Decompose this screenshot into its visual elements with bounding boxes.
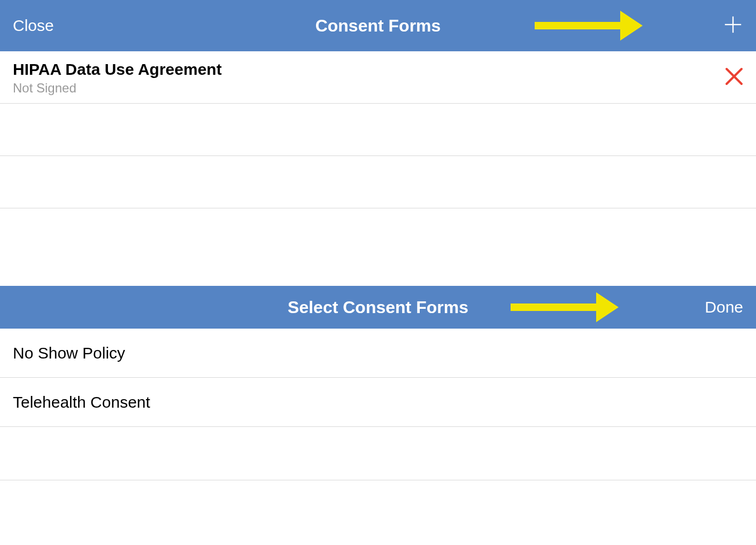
- done-button[interactable]: Done: [705, 298, 743, 316]
- header-title: Consent Forms: [315, 16, 441, 36]
- select-form-title: No Show Policy: [13, 344, 125, 362]
- select-form-row[interactable]: Telehealth Consent: [0, 378, 756, 427]
- select-form-row[interactable]: No Show Policy: [0, 329, 756, 378]
- panel-spacer: [0, 208, 756, 286]
- empty-row: [0, 104, 756, 156]
- annotation-arrow: [535, 11, 643, 41]
- select-form-title: Telehealth Consent: [13, 393, 150, 411]
- consent-form-row[interactable]: HIPAA Data Use Agreement Not Signed: [0, 51, 756, 104]
- empty-row: [0, 156, 756, 208]
- empty-row: [0, 427, 756, 480]
- close-button[interactable]: Close: [13, 17, 120, 35]
- form-status: Not Signed: [13, 81, 222, 96]
- add-button[interactable]: [723, 14, 743, 37]
- select-header: Select Consent Forms Done: [0, 286, 756, 329]
- not-signed-x-icon: [725, 67, 743, 88]
- form-title: HIPAA Data Use Agreement: [13, 59, 222, 80]
- select-consent-forms-panel: Select Consent Forms Done No Show Policy…: [0, 286, 756, 480]
- consent-forms-panel: Close Consent Forms HIPAA Data Use Agree…: [0, 0, 756, 208]
- select-header-title: Select Consent Forms: [288, 298, 468, 317]
- row-text: HIPAA Data Use Agreement Not Signed: [13, 59, 222, 96]
- annotation-arrow: [511, 292, 619, 322]
- plus-icon: [723, 14, 743, 37]
- consent-forms-header: Close Consent Forms: [0, 0, 756, 51]
